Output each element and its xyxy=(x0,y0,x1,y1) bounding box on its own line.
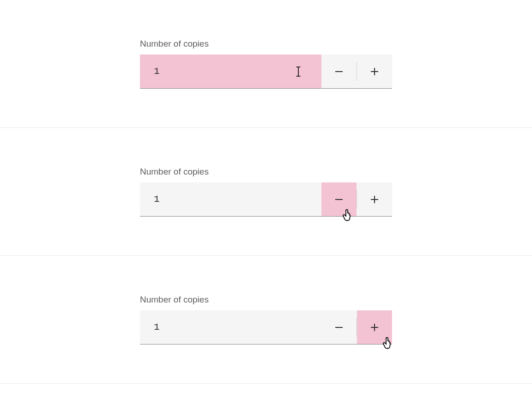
text-cursor-icon xyxy=(295,66,302,77)
copies-value: 1 xyxy=(154,322,160,332)
copies-value: 1 xyxy=(154,194,160,205)
field-label: Number of copies xyxy=(140,39,392,49)
number-stepper: Number of copies 1 xyxy=(140,39,392,89)
decrement-button[interactable] xyxy=(321,182,357,216)
number-stepper: Number of copies 1 xyxy=(140,295,392,345)
stepper-control: 1 xyxy=(140,310,392,345)
copies-value: 1 xyxy=(154,66,160,77)
copies-input[interactable]: 1 xyxy=(140,54,321,88)
copies-input[interactable]: 1 xyxy=(140,310,321,344)
pointer-cursor-icon xyxy=(382,337,393,349)
field-label: Number of copies xyxy=(140,295,392,305)
stepper-control: 1 xyxy=(140,54,392,89)
stepper-variant-input-hover: Number of copies 1 xyxy=(0,0,532,128)
pointer-cursor-icon xyxy=(342,209,353,221)
increment-button[interactable] xyxy=(357,182,392,216)
number-stepper: Number of copies 1 xyxy=(140,167,392,217)
decrement-button[interactable] xyxy=(321,54,357,88)
stepper-control: 1 xyxy=(140,182,392,217)
increment-button[interactable] xyxy=(357,54,392,88)
increment-button[interactable] xyxy=(357,310,392,344)
stepper-variant-plus-hover: Number of copies 1 xyxy=(0,256,532,384)
copies-input[interactable]: 1 xyxy=(140,182,321,216)
decrement-button[interactable] xyxy=(321,310,357,344)
field-label: Number of copies xyxy=(140,167,392,177)
stepper-variant-minus-hover: Number of copies 1 xyxy=(0,128,532,256)
